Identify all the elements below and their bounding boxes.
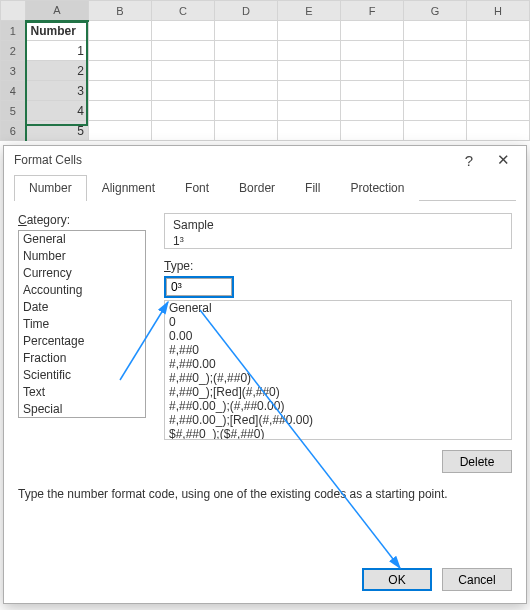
cell[interactable] — [404, 61, 467, 81]
cell[interactable] — [341, 61, 404, 81]
code-item[interactable]: 0.00 — [165, 329, 511, 343]
cell[interactable] — [152, 41, 215, 61]
cell[interactable] — [278, 101, 341, 121]
type-input[interactable] — [166, 278, 232, 296]
cell[interactable] — [278, 61, 341, 81]
code-item[interactable]: #,##0_);[Red](#,##0) — [165, 385, 511, 399]
col-header-c[interactable]: C — [152, 1, 215, 21]
code-item[interactable]: #,##0.00_);[Red](#,##0.00) — [165, 413, 511, 427]
code-item[interactable]: #,##0_);(#,##0) — [165, 371, 511, 385]
row-header-2[interactable]: 2 — [1, 41, 26, 61]
cell[interactable] — [89, 21, 152, 41]
cell[interactable] — [341, 121, 404, 141]
cell[interactable] — [89, 101, 152, 121]
cell[interactable] — [278, 21, 341, 41]
cell[interactable] — [341, 21, 404, 41]
ok-button[interactable]: OK — [362, 568, 432, 591]
cell[interactable] — [467, 101, 530, 121]
cell[interactable] — [467, 21, 530, 41]
cell[interactable] — [152, 101, 215, 121]
cell[interactable] — [467, 61, 530, 81]
cell[interactable] — [152, 61, 215, 81]
category-item[interactable]: Accounting — [19, 282, 145, 299]
cell[interactable] — [467, 81, 530, 101]
cell[interactable] — [404, 41, 467, 61]
cell[interactable] — [215, 101, 278, 121]
category-item[interactable]: Currency — [19, 265, 145, 282]
category-item[interactable]: Special — [19, 401, 145, 418]
code-item[interactable]: #,##0.00 — [165, 357, 511, 371]
tab-font[interactable]: Font — [170, 175, 224, 201]
row-header-4[interactable]: 4 — [1, 81, 26, 101]
cell[interactable] — [467, 41, 530, 61]
cell[interactable] — [89, 41, 152, 61]
cell[interactable] — [467, 121, 530, 141]
select-all-corner[interactable] — [1, 1, 26, 21]
cell[interactable] — [278, 121, 341, 141]
cell[interactable]: Number — [26, 21, 89, 41]
cancel-button[interactable]: Cancel — [442, 568, 512, 591]
cell[interactable] — [278, 41, 341, 61]
cell[interactable] — [152, 21, 215, 41]
code-item[interactable]: #,##0 — [165, 343, 511, 357]
cell[interactable]: 2 — [26, 61, 89, 81]
col-header-h[interactable]: H — [467, 1, 530, 21]
cell[interactable] — [89, 121, 152, 141]
category-item[interactable]: Number — [19, 248, 145, 265]
cell[interactable] — [341, 81, 404, 101]
cell[interactable] — [341, 101, 404, 121]
row-header-1[interactable]: 1 — [1, 21, 26, 41]
category-item[interactable]: Fraction — [19, 350, 145, 367]
cell[interactable] — [404, 101, 467, 121]
col-header-e[interactable]: E — [278, 1, 341, 21]
cell[interactable] — [404, 81, 467, 101]
tab-alignment[interactable]: Alignment — [87, 175, 170, 201]
cell[interactable]: 4 — [26, 101, 89, 121]
cell[interactable] — [89, 81, 152, 101]
code-item[interactable]: General — [165, 301, 511, 315]
cell[interactable] — [404, 121, 467, 141]
cell[interactable] — [278, 81, 341, 101]
code-item[interactable]: 0 — [165, 315, 511, 329]
tab-border[interactable]: Border — [224, 175, 290, 201]
code-item[interactable]: $#,##0_);($#,##0) — [165, 427, 511, 440]
cell[interactable] — [152, 121, 215, 141]
close-button[interactable]: ✕ — [486, 148, 520, 172]
cell[interactable]: 5 — [26, 121, 89, 141]
cell[interactable]: 1 — [26, 41, 89, 61]
tab-number[interactable]: Number — [14, 175, 87, 201]
format-code-list[interactable]: General 0 0.00 #,##0 #,##0.00 #,##0_);(#… — [164, 300, 512, 440]
category-item[interactable]: Scientific — [19, 367, 145, 384]
col-header-d[interactable]: D — [215, 1, 278, 21]
tab-fill[interactable]: Fill — [290, 175, 335, 201]
help-button[interactable]: ? — [452, 148, 486, 172]
delete-button[interactable]: Delete — [442, 450, 512, 473]
category-item[interactable]: Time — [19, 316, 145, 333]
category-list[interactable]: General Number Currency Accounting Date … — [18, 230, 146, 418]
cell[interactable] — [89, 61, 152, 81]
cell[interactable] — [215, 81, 278, 101]
category-item[interactable]: Date — [19, 299, 145, 316]
cell[interactable] — [215, 21, 278, 41]
row-header-5[interactable]: 5 — [1, 101, 26, 121]
dialog-titlebar: Format Cells ? ✕ — [4, 146, 526, 174]
cell[interactable] — [215, 121, 278, 141]
row-header-3[interactable]: 3 — [1, 61, 26, 81]
cell[interactable] — [215, 41, 278, 61]
col-header-a[interactable]: A — [26, 1, 89, 21]
col-header-f[interactable]: F — [341, 1, 404, 21]
cell[interactable] — [215, 61, 278, 81]
col-header-g[interactable]: G — [404, 1, 467, 21]
category-item[interactable]: Percentage — [19, 333, 145, 350]
tab-protection[interactable]: Protection — [335, 175, 419, 201]
code-item[interactable]: #,##0.00_);(#,##0.00) — [165, 399, 511, 413]
category-item[interactable]: Text — [19, 384, 145, 401]
cell[interactable]: 3 — [26, 81, 89, 101]
col-header-b[interactable]: B — [89, 1, 152, 21]
cell[interactable] — [341, 41, 404, 61]
cell[interactable] — [404, 21, 467, 41]
row-header-6[interactable]: 6 — [1, 121, 26, 141]
category-item[interactable]: General — [19, 231, 145, 248]
cell[interactable] — [152, 81, 215, 101]
help-icon: ? — [465, 152, 473, 169]
